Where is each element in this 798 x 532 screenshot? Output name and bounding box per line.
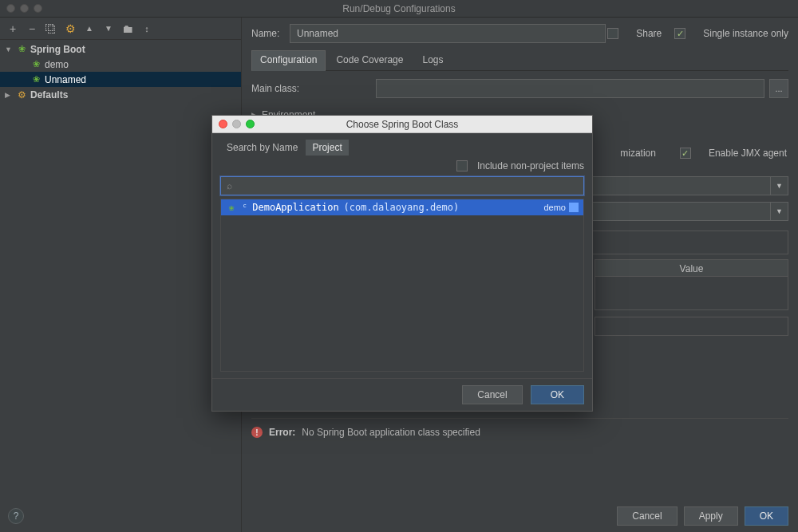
error-text: No Spring Boot application class specifi… <box>302 427 480 438</box>
tree-label: demo <box>45 59 69 70</box>
tab-project[interactable]: Project <box>306 140 348 156</box>
help-button[interactable]: ? <box>8 508 24 524</box>
spring-icon: ❀ <box>16 44 27 55</box>
browse-main-class-button[interactable]: ... <box>769 79 788 98</box>
result-class-name: DemoApplication <box>252 202 338 213</box>
search-input[interactable] <box>220 176 584 195</box>
jmx-label: Enable JMX agent <box>709 148 787 159</box>
single-instance-checkbox[interactable]: Single instance only <box>674 28 788 39</box>
expand-arrow-icon: ▶ <box>5 91 13 99</box>
error-label: Error: <box>269 427 295 438</box>
tabs: Configuration Code Coverage Logs <box>251 49 788 71</box>
move-up-icon[interactable]: ▲ <box>83 22 96 35</box>
tree-node-unnamed[interactable]: ❀ Unnamed <box>0 72 241 87</box>
move-down-icon[interactable]: ▼ <box>102 22 115 35</box>
tree-node-defaults[interactable]: ▶ ⚙ Defaults <box>0 87 241 102</box>
chevron-down-icon: ▼ <box>770 203 788 220</box>
tree-node-demo[interactable]: ❀ demo <box>0 57 241 72</box>
share-checkbox[interactable]: Share <box>607 28 662 39</box>
ok-button[interactable]: OK <box>745 506 788 526</box>
name-input[interactable] <box>290 24 606 43</box>
main-class-label: Main class: <box>251 83 376 94</box>
choose-class-dialog: Choose Spring Boot Class Search by Name … <box>211 115 593 412</box>
table-footer-bar <box>595 317 788 336</box>
cancel-button[interactable]: Cancel <box>617 506 677 526</box>
remove-config-icon[interactable]: − <box>26 22 38 35</box>
result-module: demo <box>543 203 566 212</box>
copy-config-icon[interactable]: ⿻ <box>45 22 57 35</box>
apply-button[interactable]: Apply <box>684 506 738 526</box>
tree-label: Spring Boot <box>30 44 85 55</box>
modal-ok-button[interactable]: OK <box>531 385 584 404</box>
collapse-icon[interactable]: ↕ <box>140 22 153 35</box>
search-icon: ⌕ <box>227 180 232 191</box>
name-label: Name: <box>251 28 290 39</box>
tree-label: Unnamed <box>45 74 86 85</box>
modal-title: Choose Spring Boot Class <box>212 119 592 130</box>
checkbox-icon <box>674 28 685 39</box>
tab-configuration[interactable]: Configuration <box>251 50 326 71</box>
tab-code-coverage[interactable]: Code Coverage <box>327 50 412 71</box>
separator <box>251 418 788 419</box>
module-icon <box>569 203 579 212</box>
modal-titlebar: Choose Spring Boot Class <box>212 116 592 133</box>
error-icon: ! <box>251 427 263 438</box>
result-list[interactable]: ❀ ᶜ DemoApplication (com.dalaoyang.demo)… <box>220 199 584 372</box>
wrench-icon[interactable]: ⚙ <box>64 22 77 35</box>
sidebar: + − ⿻ ⚙ ▲ ▼ 🖿 ↕ ▼ ❀ Spring Boot ❀ demo ❀… <box>0 18 242 532</box>
table-header-value: Value <box>595 260 788 276</box>
modal-footer: Cancel OK <box>212 378 592 411</box>
spring-icon: ❀ <box>30 59 41 70</box>
footer-buttons: Cancel Apply OK <box>617 506 788 526</box>
folder-icon[interactable]: 🖿 <box>121 22 134 35</box>
include-non-project-checkbox[interactable] <box>456 160 468 171</box>
add-config-icon[interactable]: + <box>6 22 19 35</box>
optimization-label-fragment: mization <box>620 148 656 159</box>
checkbox-icon <box>680 148 691 159</box>
main-class-input[interactable] <box>376 79 764 98</box>
checkbox-icon <box>607 28 618 39</box>
expand-arrow-icon: ▼ <box>5 45 13 53</box>
result-row[interactable]: ❀ ᶜ DemoApplication (com.dalaoyang.demo)… <box>221 199 583 215</box>
sidebar-toolbar: + − ⿻ ⚙ ▲ ▼ 🖿 ↕ <box>0 18 241 40</box>
table-body[interactable] <box>595 277 788 310</box>
tree-label: Defaults <box>30 89 68 100</box>
tab-logs[interactable]: Logs <box>413 50 452 71</box>
config-tree: ▼ ❀ Spring Boot ❀ demo ❀ Unnamed ▶ ⚙ Def… <box>0 40 241 532</box>
table-header: Value <box>595 259 788 277</box>
result-package: (com.dalaoyang.demo) <box>344 202 460 213</box>
spring-icon: ❀ <box>226 202 237 213</box>
tree-node-spring-boot[interactable]: ▼ ❀ Spring Boot <box>0 41 241 57</box>
include-label: Include non-project items <box>477 160 584 171</box>
error-line: ! Error: No Spring Boot application clas… <box>251 427 788 438</box>
modal-cancel-button[interactable]: Cancel <box>462 385 522 404</box>
window-titlebar: Run/Debug Configurations <box>0 0 798 18</box>
tab-search-by-name[interactable]: Search by Name <box>220 140 304 156</box>
share-label: Share <box>636 28 662 39</box>
chevron-down-icon: ▼ <box>770 177 788 195</box>
wrench-icon: ⚙ <box>16 89 27 100</box>
modal-tabs: Search by Name Project <box>220 140 349 156</box>
single-instance-label: Single instance only <box>703 28 788 39</box>
window-title: Run/Debug Configurations <box>0 3 798 14</box>
enable-jmx-checkbox[interactable]: Enable JMX agent <box>680 148 787 159</box>
spring-icon: ❀ <box>30 74 41 85</box>
